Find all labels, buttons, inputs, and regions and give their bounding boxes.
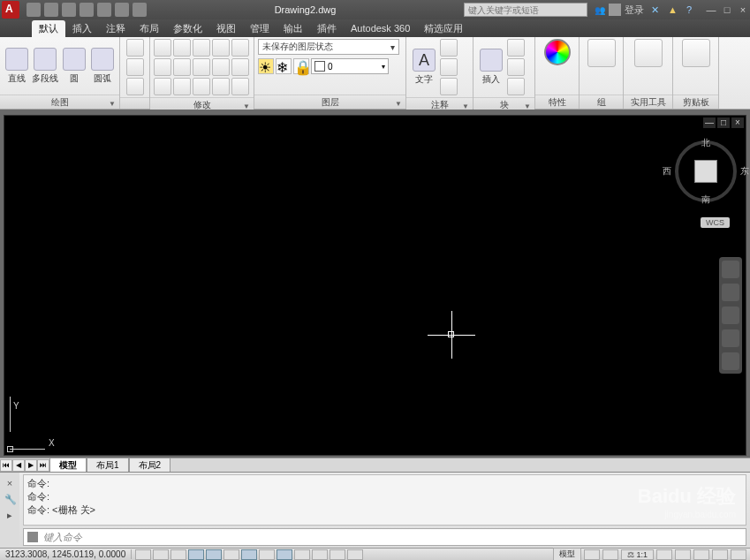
viewcube-face[interactable] [694, 160, 717, 183]
rectangle-button[interactable] [126, 39, 144, 57]
snap-toggle[interactable] [135, 549, 151, 560]
3dosnap-toggle[interactable] [223, 549, 239, 560]
doc-restore-button[interactable]: □ [717, 117, 730, 128]
viewcube[interactable]: 北 南 西 东 [675, 140, 737, 202]
grid-toggle[interactable] [153, 549, 169, 560]
wcs-badge[interactable]: WCS [701, 217, 730, 228]
layout-tab-2[interactable]: 布局2 [129, 458, 171, 473]
layer-freeze-icon[interactable]: ❄ [276, 58, 292, 74]
exchange-icon[interactable]: ✕ [651, 4, 659, 16]
polar-toggle[interactable] [188, 549, 204, 560]
layer-state-dropdown[interactable]: 未保存的图层状态▾ [258, 39, 399, 55]
join-button[interactable] [231, 78, 249, 95]
dimension-button[interactable] [440, 39, 458, 57]
polyline-button[interactable]: 多段线 [32, 48, 58, 85]
layout-tab-model[interactable]: 模型 [49, 458, 87, 473]
text-button[interactable]: A文字 [410, 49, 438, 86]
tab-first-button[interactable]: ⏮ [0, 459, 12, 472]
steering-wheel-icon[interactable] [722, 261, 739, 278]
window-minimize-button[interactable]: — [704, 4, 718, 16]
zoom-icon[interactable] [722, 306, 739, 324]
showmotion-icon[interactable] [722, 352, 739, 370]
create-block-button[interactable] [507, 39, 525, 57]
dyn-toggle[interactable] [277, 549, 292, 560]
doc-minimize-button[interactable]: — [703, 117, 716, 128]
offset-button[interactable] [173, 78, 191, 95]
color-wheel-icon[interactable] [544, 39, 571, 65]
layer-dropdown[interactable]: 0 ▾ [311, 58, 389, 74]
qat-new-icon[interactable] [27, 3, 41, 17]
tab-featured[interactable]: 精选应用 [417, 20, 470, 37]
tab-layout[interactable]: 布局 [133, 20, 166, 37]
arc-button[interactable]: 圆弧 [89, 48, 116, 85]
quickview-layout-icon[interactable] [584, 549, 600, 560]
tab-next-button[interactable]: ▶ [25, 459, 37, 472]
ellipse-button[interactable] [126, 58, 144, 76]
leader-button[interactable] [440, 58, 458, 76]
erase-button[interactable] [212, 39, 230, 57]
qat-print-icon[interactable] [97, 3, 111, 17]
mirror-button[interactable] [173, 58, 191, 76]
tab-default[interactable]: 默认 [32, 20, 65, 37]
layer-on-icon[interactable]: ☀ [258, 58, 274, 74]
tab-a360[interactable]: Autodesk 360 [344, 21, 417, 35]
orbit-icon[interactable] [722, 329, 739, 347]
paste-button[interactable] [682, 39, 710, 67]
tab-view[interactable]: 视图 [209, 20, 243, 37]
ducs-toggle[interactable] [259, 549, 275, 560]
hardware-accel-icon[interactable] [693, 549, 709, 560]
ortho-toggle[interactable] [170, 549, 186, 560]
measure-button[interactable] [634, 39, 663, 67]
command-history[interactable]: 命令: 命令: 命令: <栅格 关> [23, 474, 746, 526]
login-button[interactable]: 👥 登录 [595, 4, 644, 17]
edit-block-button[interactable] [507, 58, 525, 76]
osnap-toggle[interactable] [206, 549, 222, 560]
attribute-button[interactable] [507, 78, 525, 95]
extend-button[interactable] [193, 78, 210, 95]
break-button[interactable] [212, 78, 230, 95]
layout-tab-1[interactable]: 布局1 [87, 458, 129, 473]
tab-manage[interactable]: 管理 [243, 20, 277, 37]
anno-visibility-icon[interactable] [656, 549, 672, 560]
lwt-toggle[interactable] [294, 549, 310, 560]
quickview-drawing-icon[interactable] [602, 549, 618, 560]
fillet-button[interactable] [193, 58, 210, 76]
autodesk-icon[interactable]: ▲ [668, 4, 678, 15]
circle-button[interactable]: 圆 [61, 48, 87, 85]
isolate-objects-icon[interactable] [712, 549, 728, 560]
tab-annotate[interactable]: 注释 [99, 20, 133, 37]
copy-button[interactable] [154, 58, 171, 76]
move-button[interactable] [154, 39, 171, 57]
coordinates-readout[interactable]: 3123.3008, 1245.0119, 0.0000 [0, 549, 132, 559]
otrack-toggle[interactable] [241, 549, 257, 560]
window-close-button[interactable]: × [736, 4, 750, 16]
qat-save-icon[interactable] [62, 3, 76, 17]
anno-scale-button[interactable]: ⚖ 1:1 [621, 549, 654, 560]
line-button[interactable]: 直线 [4, 48, 30, 85]
workspace-switch-icon[interactable] [675, 549, 691, 560]
layer-lock-icon[interactable]: 🔒 [293, 58, 309, 74]
help-icon[interactable]: ? [686, 4, 692, 15]
array-button[interactable] [231, 58, 249, 76]
drawing-canvas[interactable]: — □ × 北 南 西 东 WCS Y X [4, 115, 746, 456]
prompt-cmd-icon[interactable]: ▸ [4, 510, 15, 520]
hatch-button[interactable] [126, 78, 144, 95]
model-space-button[interactable]: 模型 [553, 548, 581, 560]
table-button[interactable] [440, 78, 458, 95]
qat-undo-icon[interactable] [115, 3, 129, 17]
command-input[interactable]: 键入命令 [23, 528, 746, 546]
app-icon[interactable] [2, 1, 19, 19]
tab-insert[interactable]: 插入 [65, 20, 99, 37]
clean-screen-icon[interactable] [731, 549, 746, 560]
options-cmd-icon[interactable]: 🔧 [4, 494, 15, 504]
tab-prev-button[interactable]: ◀ [12, 459, 25, 472]
group-button[interactable] [587, 39, 616, 67]
sc-toggle[interactable] [347, 549, 363, 560]
qat-redo-icon[interactable] [133, 3, 147, 17]
qp-toggle[interactable] [330, 549, 345, 560]
tab-last-button[interactable]: ⏭ [37, 459, 49, 472]
rotate-button[interactable] [173, 39, 191, 57]
trim-button[interactable] [193, 39, 210, 57]
doc-close-button[interactable]: × [731, 117, 744, 128]
insert-block-button[interactable]: 插入 [477, 49, 505, 86]
